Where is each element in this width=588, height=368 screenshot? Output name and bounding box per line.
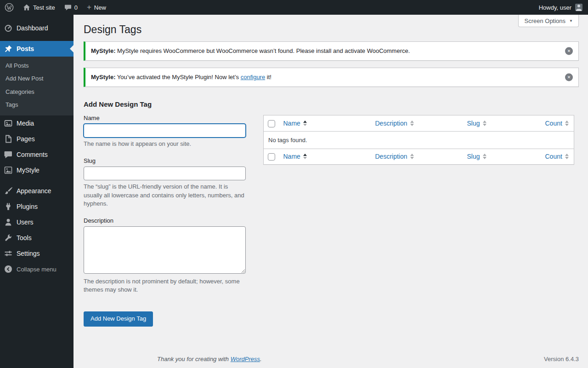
add-tag-submit-button[interactable]: Add New Design Tag	[84, 311, 153, 327]
comments-link[interactable]: 0	[60, 0, 82, 15]
submenu-item-all-posts[interactable]: All Posts	[0, 59, 74, 72]
user-avatar	[575, 4, 582, 11]
page-title: Design Tags	[84, 15, 579, 39]
sidebar-item-tools[interactable]: Tools	[0, 230, 74, 246]
table-row: No tags found.	[264, 131, 574, 149]
footer-thanks-period: .	[260, 356, 262, 362]
tag-name-input[interactable]	[84, 124, 246, 138]
mystyle-photo-icon	[0, 166, 17, 175]
column-header-description: Description	[371, 115, 463, 131]
sidebar-item-dashboard[interactable]: Dashboard	[0, 20, 74, 36]
sort-by-description-link[interactable]: Description	[375, 153, 414, 160]
add-tag-form: Add New Design Tag Name The name is how …	[84, 94, 246, 327]
sidebar-item-label: Posts	[17, 45, 34, 52]
chevron-down-icon: ▼	[569, 19, 573, 23]
admin-bar: Test site 0 + New Howdy, user	[0, 0, 588, 15]
sort-by-description-link[interactable]: Description	[375, 120, 414, 127]
notice-plugin-activated: MyStyle: You’ve activated the MyStyle Pl…	[84, 68, 579, 87]
media-icon	[0, 119, 17, 128]
notice-prefix: MyStyle:	[91, 47, 115, 54]
submenu-item-categories[interactable]: Categories	[0, 86, 74, 98]
dismiss-notice-icon[interactable]: ✕	[565, 47, 573, 55]
sidebar-item-posts[interactable]: Posts	[0, 41, 74, 57]
user-icon	[0, 218, 17, 227]
description-help-text: The description is not prominent by defa…	[84, 277, 246, 294]
submenu-item-tags[interactable]: Tags	[0, 98, 74, 111]
select-all-checkbox[interactable]	[268, 120, 275, 127]
notice-text: it!	[267, 74, 271, 80]
sidebar-item-comments[interactable]: Comments	[0, 147, 74, 162]
slug-help-text: The “slug” is the URL-friendly version o…	[84, 183, 246, 208]
column-header-slug: Slug	[463, 115, 541, 131]
admin-footer: Thank you for creating with WordPress. V…	[157, 356, 579, 362]
new-label: New	[94, 4, 106, 11]
collapse-menu-label: Collapse menu	[17, 266, 57, 273]
tag-slug-input[interactable]	[84, 167, 246, 180]
sort-indicator-icon	[483, 154, 486, 159]
new-content-link[interactable]: + New	[82, 0, 111, 15]
description-label: Description	[84, 217, 246, 224]
sidebar-item-label: Dashboard	[17, 24, 48, 32]
column-header-name: Name	[279, 115, 371, 131]
sliders-icon	[0, 249, 17, 258]
select-all-checkbox[interactable]	[268, 153, 275, 161]
column-label: Description	[375, 153, 407, 160]
footer-thanks-text: Thank you for creating with	[157, 356, 229, 362]
sort-by-count-link[interactable]: Count	[545, 120, 569, 127]
sidebar-item-plugins[interactable]: Plugins	[0, 199, 74, 214]
screen-options-button[interactable]: Screen Options ▼	[518, 15, 579, 27]
tags-table-column: Name Description Slug	[263, 94, 574, 165]
page-icon	[0, 134, 17, 144]
collapse-menu-button[interactable]: Collapse menu	[0, 261, 74, 277]
notice-woocommerce-required: MyStyle: MyStyle requires WooCommerce bu…	[84, 41, 579, 61]
sidebar-item-pages[interactable]: Pages	[0, 131, 74, 147]
sort-by-slug-link[interactable]: Slug	[467, 120, 486, 127]
sidebar-item-label: Comments	[17, 151, 48, 158]
sidebar-item-appearance[interactable]: Appearance	[0, 183, 74, 199]
column-footer-description: Description	[371, 149, 463, 164]
pushpin-icon	[0, 44, 17, 53]
site-name-link[interactable]: Test site	[18, 0, 60, 15]
notice-text: MyStyle requires WooCommerce but WooComm…	[117, 47, 410, 54]
wordpress-logo-icon[interactable]	[0, 0, 18, 15]
configure-link[interactable]: configure	[241, 74, 265, 80]
sort-indicator-icon	[303, 121, 307, 126]
sort-by-count-link[interactable]: Count	[545, 153, 569, 160]
sidebar-item-media[interactable]: Media	[0, 115, 74, 131]
tag-description-textarea[interactable]	[84, 226, 246, 274]
plus-icon: +	[87, 3, 91, 11]
slug-label: Slug	[84, 157, 246, 164]
column-footer-count: Count	[541, 149, 574, 164]
select-all-cell	[264, 115, 279, 131]
column-label: Name	[283, 120, 300, 127]
table-footer-row: Name Description Slug	[264, 149, 574, 164]
name-field-group: Name The name is how it appears on your …	[84, 115, 246, 148]
sidebar-item-label: Settings	[17, 250, 40, 257]
account-menu[interactable]: Howdy, user	[539, 4, 588, 11]
sort-indicator-icon	[565, 154, 569, 159]
sidebar-item-label: MyStyle	[17, 167, 40, 174]
notice-prefix: MyStyle:	[91, 74, 115, 80]
sidebar-item-users[interactable]: Users	[0, 214, 74, 230]
description-field-group: Description The description is not promi…	[84, 217, 246, 294]
column-footer-slug: Slug	[463, 149, 541, 164]
column-label: Slug	[467, 120, 480, 127]
submenu-item-add-new-post[interactable]: Add New Post	[0, 72, 74, 85]
notice-message: MyStyle: You’ve activated the MyStyle Pl…	[91, 73, 558, 81]
column-header-count: Count	[541, 115, 574, 131]
empty-message: No tags found.	[264, 131, 574, 149]
main-content: Screen Options ▼ Design Tags MyStyle: My…	[74, 15, 588, 368]
plug-icon	[0, 202, 17, 211]
sidebar-item-settings[interactable]: Settings	[0, 246, 74, 261]
name-help-text: The name is how it appears on your site.	[84, 140, 246, 148]
sidebar-item-mystyle[interactable]: MyStyle	[0, 162, 74, 178]
sort-by-name-link[interactable]: Name	[283, 120, 307, 127]
sidebar-item-label: Media	[17, 120, 34, 127]
sort-by-slug-link[interactable]: Slug	[467, 153, 486, 160]
wordpress-link[interactable]: WordPress	[231, 356, 260, 362]
home-icon	[23, 4, 30, 11]
howdy-text: Howdy, user	[539, 4, 571, 11]
sort-by-name-link[interactable]: Name	[283, 153, 307, 160]
footer-thanks: Thank you for creating with WordPress.	[157, 356, 262, 362]
dismiss-notice-icon[interactable]: ✕	[565, 74, 573, 81]
